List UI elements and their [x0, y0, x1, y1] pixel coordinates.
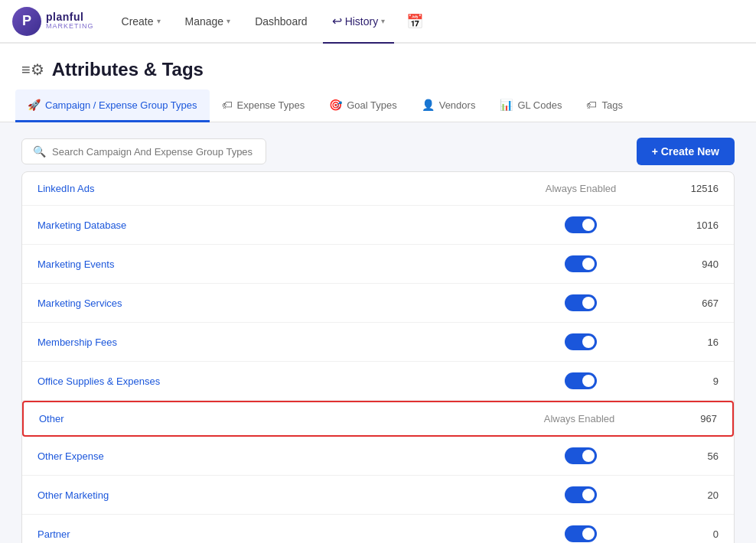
tab-expense-types[interactable]: 🏷 Expense Types: [210, 89, 318, 122]
search-input[interactable]: [52, 146, 255, 158]
top-nav: P planful MARKETING Create ▾ Manage ▾ Da…: [0, 0, 756, 44]
create-new-button[interactable]: + Create New: [637, 138, 735, 165]
tab-vendors[interactable]: 👤 Vendors: [409, 89, 488, 122]
toggle-wrap: [520, 372, 642, 389]
row-name[interactable]: Membership Fees: [37, 337, 504, 348]
rocket-icon: 🚀: [28, 99, 41, 111]
tag-icon: 🏷: [222, 99, 233, 111]
page-title: Attributes & Tags: [52, 59, 204, 80]
row-name[interactable]: Marketing Database: [37, 219, 504, 231]
search-icon: 🔍: [33, 145, 46, 158]
logo[interactable]: P planful MARKETING: [12, 7, 94, 36]
row-count: 16: [657, 337, 719, 348]
toggle-switch[interactable]: [565, 372, 597, 389]
row-name[interactable]: LinkedIn Ads: [37, 183, 504, 194]
chevron-down-icon: ▾: [226, 17, 230, 25]
toggle-switch[interactable]: [565, 486, 597, 503]
row-name[interactable]: Partner: [37, 528, 504, 540]
table-row: Marketing Events940: [22, 245, 734, 284]
chevron-down-icon: ▾: [381, 17, 385, 25]
row-name[interactable]: Marketing Services: [37, 298, 504, 309]
chart-icon: 📊: [500, 99, 513, 111]
row-count: 967: [656, 413, 717, 424]
toggle-wrap: [520, 447, 642, 464]
tab-gl-codes[interactable]: 📊 GL Codes: [487, 89, 574, 122]
table-row: Other Marketing20: [22, 476, 734, 515]
row-count: 20: [657, 489, 719, 501]
table-row: Partner0: [22, 515, 734, 543]
table-row: Marketing Database1016: [22, 206, 734, 245]
attributes-settings-icon: ≡⚙: [21, 60, 44, 79]
nav-manage[interactable]: Manage ▾: [176, 0, 240, 44]
toggle-wrap: [520, 333, 642, 350]
nav-create[interactable]: Create ▾: [112, 0, 170, 44]
row-always-enabled: Always Enabled: [518, 413, 640, 424]
table-row: Other Expense56: [22, 437, 734, 476]
search-box[interactable]: 🔍: [21, 138, 266, 164]
toggle-switch[interactable]: [565, 447, 597, 464]
chevron-down-icon: ▾: [157, 17, 161, 25]
toggle-wrap: [520, 486, 642, 503]
page-header: ≡⚙ Attributes & Tags: [0, 44, 756, 89]
row-name[interactable]: Office Supplies & Expenses: [37, 376, 504, 387]
row-name[interactable]: Other Expense: [37, 450, 504, 462]
row-name[interactable]: Marketing Events: [37, 258, 504, 270]
row-count: 940: [657, 258, 719, 270]
table-row: LinkedIn AdsAlways Enabled12516: [22, 172, 734, 206]
toggle-switch[interactable]: [565, 216, 597, 233]
toggle-switch[interactable]: [565, 255, 597, 272]
calendar-icon[interactable]: 📅: [400, 7, 429, 36]
target-icon: 🎯: [329, 99, 342, 111]
main-content: 🔍 + Create New LinkedIn AdsAlways Enable…: [0, 122, 756, 543]
nav-dashboard[interactable]: Dashboard: [246, 0, 317, 44]
table-row: Membership Fees16: [22, 323, 734, 362]
table-row: OtherAlways Enabled967: [22, 401, 734, 437]
toggle-switch[interactable]: [565, 294, 597, 311]
toolbar: 🔍 + Create New: [21, 138, 735, 165]
toggle-wrap: [520, 216, 642, 233]
nav-history[interactable]: ↩ History ▾: [323, 0, 395, 44]
tags-icon: 🏷: [586, 99, 597, 111]
logo-name: planful: [46, 11, 94, 23]
table-row: Office Supplies & Expenses9: [22, 362, 734, 401]
row-count: 1016: [657, 219, 719, 231]
row-count: 667: [657, 298, 719, 309]
row-always-enabled: Always Enabled: [520, 183, 642, 194]
row-count: 9: [657, 376, 719, 387]
toggle-wrap: [520, 294, 642, 311]
table-row: Marketing Services667: [22, 284, 734, 323]
expense-group-table: LinkedIn AdsAlways Enabled12516Marketing…: [21, 171, 735, 543]
row-count: 0: [657, 528, 719, 540]
toggle-wrap: [520, 255, 642, 272]
toggle-wrap: [520, 525, 642, 542]
tab-campaign-expense[interactable]: 🚀 Campaign / Expense Group Types: [15, 89, 210, 122]
history-icon: ↩: [332, 14, 342, 28]
tab-goal-types[interactable]: 🎯 Goal Types: [317, 89, 409, 122]
row-count: 56: [657, 450, 719, 462]
toggle-switch[interactable]: [565, 333, 597, 350]
toggle-switch[interactable]: [565, 525, 597, 542]
row-name[interactable]: Other: [39, 413, 503, 424]
row-count: 12516: [657, 183, 719, 194]
row-name[interactable]: Other Marketing: [37, 489, 504, 501]
tabs-bar: 🚀 Campaign / Expense Group Types 🏷 Expen…: [0, 89, 756, 122]
tab-tags[interactable]: 🏷 Tags: [574, 89, 634, 122]
person-icon: 👤: [422, 99, 435, 111]
logo-icon: P: [12, 7, 41, 36]
logo-sub: MARKETING: [46, 23, 94, 31]
